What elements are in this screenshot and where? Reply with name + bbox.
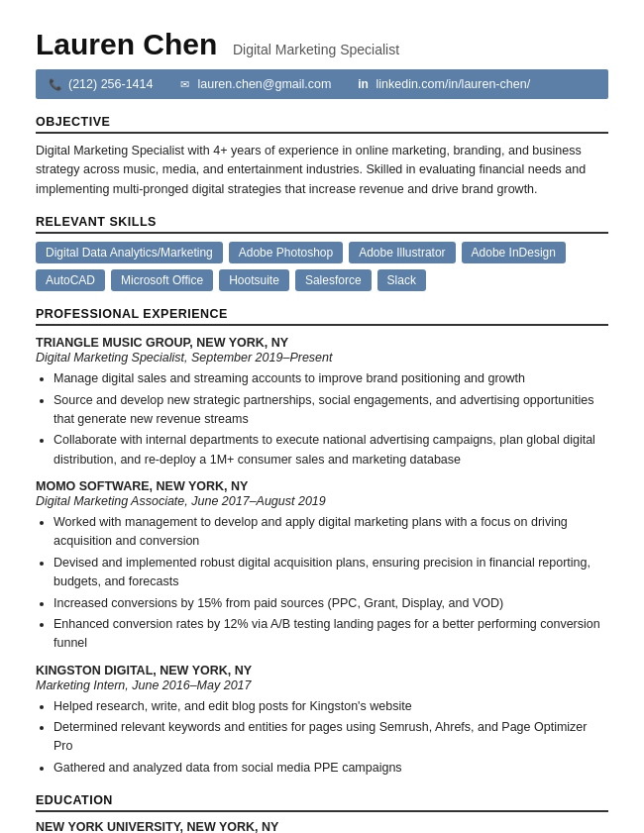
job-company: MOMO SOFTWARE, New York, NY	[36, 479, 608, 493]
job-entry: KINGSTON DIGITAL, New York, NYMarketing …	[36, 664, 608, 779]
skills-list: Digital Data Analytics/MarketingAdobe Ph…	[36, 242, 608, 291]
contact-linkedin: in linkedin.com/in/lauren-chen/	[355, 76, 530, 92]
job-bullet: Collaborate with internal departments to…	[54, 431, 608, 469]
job-bullet: Helped research, write, and edit blog po…	[54, 697, 608, 716]
contact-bar: 📞 (212) 256-1414 ✉ lauren.chen@gmail.com…	[36, 69, 608, 99]
skill-badge: Adobe InDesign	[462, 242, 566, 263]
contact-phone: 📞 (212) 256-1414	[48, 76, 153, 92]
job-role: Digital Marketing Specialist, September …	[36, 351, 608, 364]
skill-badge: Slack	[377, 269, 426, 291]
skill-badge: Adobe Illustrator	[349, 242, 455, 263]
phone-icon: 📞	[48, 76, 63, 92]
skill-badge: AutoCAD	[36, 269, 105, 291]
edu-school: NEW YORK UNIVERSITY, New York, NY	[36, 820, 608, 833]
job-bullets: Helped research, write, and edit blog po…	[36, 697, 608, 779]
skill-badge: Hootsuite	[219, 269, 289, 291]
linkedin-icon: in	[355, 76, 371, 92]
candidate-title: Digital Marketing Specialist	[233, 42, 399, 57]
job-entry: TRIANGLE MUSIC GROUP, New York, NYDigita…	[36, 336, 608, 469]
skill-badge: Digital Data Analytics/Marketing	[36, 242, 223, 263]
name-row: Lauren Chen Digital Marketing Specialist	[36, 28, 608, 61]
education-heading: EDUCATION	[36, 793, 608, 812]
job-bullet: Devised and implemented robust digital a…	[54, 554, 608, 592]
edu-entry: NEW YORK UNIVERSITY, New York, NYBachelo…	[36, 820, 608, 833]
job-bullet: Determined relevant keywords and entitie…	[54, 718, 608, 757]
job-company: TRIANGLE MUSIC GROUP, New York, NY	[36, 336, 608, 350]
contact-email: ✉ lauren.chen@gmail.com	[176, 76, 331, 92]
email-icon: ✉	[176, 76, 192, 92]
objective-text: Digital Marketing Specialist with 4+ yea…	[36, 142, 608, 199]
candidate-name: Lauren Chen	[36, 28, 217, 60]
skills-heading: RELEVANT SKILLS	[36, 215, 608, 234]
experience-heading: PROFESSIONAL EXPERIENCE	[36, 307, 608, 326]
job-bullet: Source and develop new strategic partner…	[54, 391, 608, 430]
objective-section: OBJECTIVE Digital Marketing Specialist w…	[36, 115, 608, 199]
job-bullet: Worked with management to develop and ap…	[54, 513, 608, 552]
skill-badge: Salesforce	[295, 269, 372, 291]
job-bullets: Worked with management to develop and ap…	[36, 513, 608, 654]
skills-section: RELEVANT SKILLS Digital Data Analytics/M…	[36, 215, 608, 291]
skill-badge: Adobe Photoshop	[229, 242, 343, 263]
job-bullet: Gathered and analyzed data from social m…	[54, 759, 608, 778]
job-bullets: Manage digital sales and streaming accou…	[36, 369, 608, 469]
education-section: EDUCATION NEW YORK UNIVERSITY, New York,…	[36, 793, 608, 833]
job-company: KINGSTON DIGITAL, New York, NY	[36, 664, 608, 677]
job-entry: MOMO SOFTWARE, New York, NYDigital Marke…	[36, 479, 608, 654]
job-bullet: Manage digital sales and streaming accou…	[54, 369, 608, 388]
experience-section: PROFESSIONAL EXPERIENCE TRIANGLE MUSIC G…	[36, 307, 608, 778]
objective-heading: OBJECTIVE	[36, 115, 608, 134]
skill-badge: Microsoft Office	[111, 269, 213, 291]
job-bullet: Enhanced conversion rates by 12% via A/B…	[54, 615, 608, 654]
job-role: Digital Marketing Associate, June 2017–A…	[36, 494, 608, 508]
job-bullet: Increased conversions by 15% from paid s…	[54, 594, 608, 613]
job-role: Marketing Intern, June 2016–May 2017	[36, 678, 608, 692]
